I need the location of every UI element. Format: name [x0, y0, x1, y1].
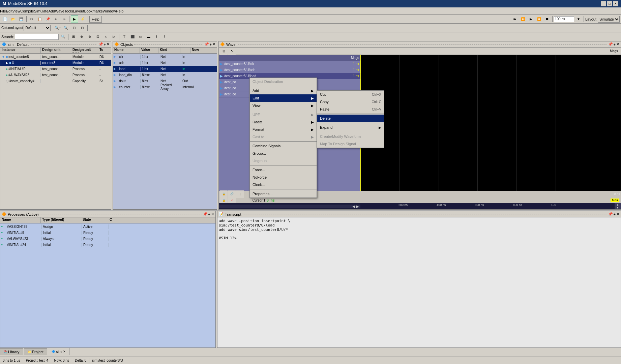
wave-tb-btn2[interactable]: ↖	[228, 48, 236, 55]
wave-canvas[interactable]	[360, 55, 621, 191]
restart-button[interactable]: ⏮	[511, 16, 519, 23]
ctx-cut[interactable]: Cut Ctrl+X	[317, 91, 384, 98]
time-input[interactable]: 100 ns	[554, 16, 574, 22]
new-button[interactable]: 📄	[1, 16, 9, 23]
compile-button[interactable]: ▶	[71, 16, 78, 23]
menu-layout[interactable]: Layout	[73, 9, 84, 13]
zoom-fit-btn[interactable]: ⊡	[94, 33, 101, 40]
wave-zoom-fit[interactable]: ⊡	[70, 24, 78, 32]
add-wave-btn[interactable]: ⬛	[129, 33, 136, 40]
zoom-in-btn[interactable]: ⊕	[78, 33, 85, 40]
open-button[interactable]: 📂	[9, 16, 17, 23]
objects-panel-pin[interactable]: 📌	[204, 42, 209, 47]
instance-panel-close[interactable]: ✕	[107, 42, 110, 47]
transcript-content[interactable]: add wave -position insertpoint \ sim:/te…	[217, 217, 621, 347]
wave-cursor-btn[interactable]: |	[236, 190, 244, 198]
instance-row-4[interactable]: ⬡ #vsim_capacity# Capacity St	[0, 78, 111, 84]
wave-zoom-full[interactable]: ⊟	[79, 24, 86, 32]
menu-compile[interactable]: Compile	[20, 9, 34, 13]
tab-project[interactable]: 📁 Project	[24, 348, 47, 355]
wave-nav-prev[interactable]: ◀	[352, 205, 355, 208]
transcript-close[interactable]: ✕	[616, 212, 619, 216]
ctx-group[interactable]: Group...	[250, 150, 317, 157]
minimize-button[interactable]: ─	[601, 1, 606, 6]
instance-row-2[interactable]: ● #INITIAL#9 test_count... Process -	[0, 66, 111, 72]
run-button[interactable]: ▶	[527, 16, 535, 23]
step-back-button[interactable]: ⏪	[519, 16, 527, 23]
layout-dropdown[interactable]: Simulate	[598, 16, 620, 23]
ctx-copy[interactable]: Copy Ctrl+C	[317, 98, 384, 105]
wave-zoom-out[interactable]: 🔍-	[62, 24, 70, 32]
ctx-object-declaration[interactable]: Object Declaration	[250, 78, 317, 85]
menu-wave[interactable]: Wave	[55, 9, 64, 13]
maximize-button[interactable]: □	[607, 1, 612, 6]
wave-panel-add[interactable]: +	[614, 42, 616, 47]
wave-shape1[interactable]: ▭	[137, 33, 144, 40]
ctx-ungroup[interactable]: Ungroup	[250, 157, 317, 164]
paste-button[interactable]: 📌	[44, 16, 52, 23]
obj-row-load-din[interactable]: ▶ load_din 8'hxx Net In	[113, 72, 217, 78]
redo-button[interactable]: ↪	[60, 16, 68, 23]
wave-shape4[interactable]: ⌇	[161, 33, 169, 40]
wave-nav-next[interactable]: ▶	[356, 205, 359, 208]
ctx-edit[interactable]: Edit ▶	[250, 94, 317, 102]
obj-row-load[interactable]: ▶ load 1'hx Net In	[113, 66, 217, 72]
zoom-prev[interactable]: ◁	[102, 33, 110, 40]
zoom-out-btn[interactable]: ⊖	[86, 33, 93, 40]
processes-add[interactable]: +	[208, 212, 210, 216]
ctx-format[interactable]: Format ▶	[250, 126, 317, 133]
tab-library[interactable]: 📚 Library	[0, 348, 23, 355]
wave-lock-btn2[interactable]: 🔒	[220, 196, 228, 204]
menu-simulate[interactable]: Simulate	[34, 9, 49, 13]
ctx-cast-to[interactable]: Cast to ▶	[250, 133, 317, 141]
proc-row-0[interactable]: ● #ASSIGN#35 Assign Active	[0, 223, 215, 230]
ctx-radix[interactable]: Radix ▶	[250, 118, 317, 126]
cut-button[interactable]: ✂	[28, 16, 35, 23]
continue-button[interactable]: ⏩	[535, 16, 543, 23]
obj-row-counter[interactable]: ▶ counter 8'hxx Packed Array Internal	[113, 84, 217, 90]
objects-panel-add[interactable]: +	[210, 42, 212, 47]
time-unit-dropdown[interactable]: ▼	[575, 16, 582, 23]
ctx-delete[interactable]: Delete	[317, 115, 384, 122]
menu-file[interactable]: File	[0, 9, 6, 13]
ctx-paste[interactable]: Paste Ctrl+V	[317, 105, 384, 113]
ctx-clock[interactable]: Clock...	[250, 181, 317, 188]
help-button[interactable]: Help	[89, 16, 102, 23]
compile-all-button[interactable]: ⚡	[79, 16, 86, 23]
wave-signal-row-1[interactable]: ▶ /test_counter8/U/adr 1'hx	[219, 67, 360, 73]
wave-panel-close[interactable]: ✕	[616, 42, 619, 47]
menu-add[interactable]: Add	[49, 9, 55, 13]
obj-row-clk[interactable]: ▶ clk 1'hx Net In	[113, 54, 217, 60]
menu-window[interactable]: Window	[103, 9, 116, 13]
zoom-region[interactable]: ⊞	[70, 33, 77, 40]
ctx-properties[interactable]: Properties...	[250, 190, 317, 198]
instance-row-1[interactable]: ▶ ■ U counter8 Module DU	[0, 60, 111, 66]
cursor-btn[interactable]: ⌶	[121, 33, 128, 40]
menu-bookmarks[interactable]: Bookmarks	[84, 9, 103, 13]
wave-signal-row-0[interactable]: ▶ /test_counter8/U/clk 1'hx	[219, 61, 360, 67]
ctx-map-signal[interactable]: Map To Design Signal	[317, 140, 384, 148]
menu-edit[interactable]: Edit	[6, 9, 12, 13]
transcript-pin[interactable]: 📌	[608, 212, 613, 216]
search-button[interactable]: 🔍	[59, 33, 67, 40]
menu-tools[interactable]: Tools	[64, 9, 73, 13]
transcript-add[interactable]: +	[614, 212, 616, 216]
ctx-combine-signals[interactable]: Combine Signals...	[250, 142, 317, 150]
proc-row-3[interactable]: ● #INITIAL#24 Initial Ready	[0, 242, 215, 248]
proc-row-1[interactable]: ● #INITIAL#9 Initial Ready	[0, 230, 215, 236]
wave-tb-btn1[interactable]: ⊞	[220, 48, 228, 55]
ctx-view[interactable]: View ▶	[250, 102, 317, 109]
ctx-add[interactable]: Add ▶	[250, 87, 317, 94]
ctx-create-waveform[interactable]: Create/Modify Waveform	[317, 133, 384, 140]
instance-panel-pin[interactable]: 📌	[98, 42, 103, 47]
menu-help[interactable]: Help	[116, 9, 124, 13]
tab-sim[interactable]: 🔷 sim ✕	[48, 348, 69, 355]
instance-row-3[interactable]: ● #ALWAYS#23 test_count... Process -	[0, 72, 111, 78]
ctx-upf[interactable]: UPF ▶	[250, 111, 317, 118]
ctx-expand[interactable]: Expand ▶	[317, 124, 384, 131]
ctx-noforce[interactable]: NoForce	[250, 174, 317, 181]
wave-shape3[interactable]: ⌇	[153, 33, 160, 40]
instance-panel-add[interactable]: +	[104, 42, 106, 47]
wave-panel-pin[interactable]: 📌	[608, 42, 613, 47]
processes-close[interactable]: ✕	[211, 212, 214, 216]
